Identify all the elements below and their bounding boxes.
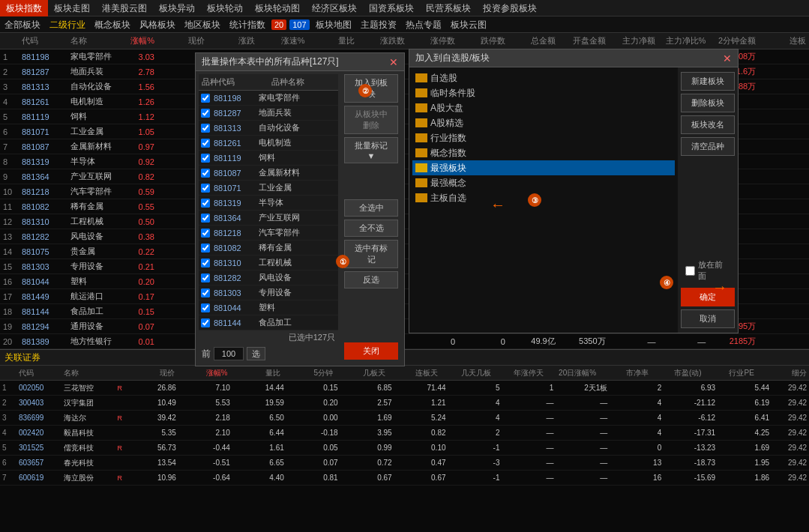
lower-table-row[interactable]: 3 836699 海达尔 R 39.42 2.18 6.50 0.00 1.69… bbox=[0, 411, 809, 426]
dialog1-list-item[interactable]: 881310工程机械 bbox=[199, 256, 338, 270]
folder-item[interactable]: 临时条件股 bbox=[412, 85, 675, 100]
folder-item[interactable]: 概念指数 bbox=[412, 145, 675, 160]
remove-from-block-button[interactable]: 从板块中删除 bbox=[344, 106, 398, 134]
item-checkbox[interactable] bbox=[201, 318, 210, 327]
nav2-board-map[interactable]: 板块地图 bbox=[311, 16, 356, 33]
close-dialog1-button[interactable]: 关闭 bbox=[344, 342, 398, 360]
item-checkbox[interactable] bbox=[201, 154, 210, 163]
dialog2-title: 加入到自选股/板块 ✕ bbox=[409, 49, 738, 67]
dialog1-list-item[interactable]: 881364产业互联网 bbox=[199, 211, 338, 226]
nav2-level2-industry[interactable]: 二级行业 bbox=[45, 16, 90, 33]
dialog1-list-item[interactable]: 881261电机制造 bbox=[199, 136, 338, 151]
nav-hk-us-cloud[interactable]: 港美股云图 bbox=[96, 0, 153, 16]
nav-investment-stock[interactable]: 投资参股板块 bbox=[477, 0, 543, 16]
select-all-button[interactable]: 全选中 bbox=[344, 199, 398, 217]
dialog1-list-item[interactable]: 881087金属新材料 bbox=[199, 166, 338, 181]
nav-board-chart[interactable]: 板块走图 bbox=[48, 0, 96, 16]
nav-board-rotation[interactable]: 板块轮动 bbox=[201, 0, 249, 16]
dialog1-list-item[interactable]: 881144食品加工 bbox=[199, 315, 338, 330]
main-table-header: 代码 名称 涨幅% 现价 涨跌 涨速% 量比 涨跌数 涨停数 跌停数 总金额 开… bbox=[0, 33, 809, 49]
dialog1-list-item[interactable]: 881198家电零部件 bbox=[199, 91, 338, 106]
select-marked-button[interactable]: 选中有标记 bbox=[344, 240, 398, 268]
item-checkbox[interactable] bbox=[201, 124, 210, 133]
folder-item[interactable]: 自选股 bbox=[412, 70, 675, 85]
item-checkbox[interactable] bbox=[201, 139, 210, 148]
col-board: 连板 bbox=[759, 35, 809, 46]
dialog2-close-icon[interactable]: ✕ bbox=[723, 52, 732, 64]
nav-private-system[interactable]: 民营系板块 bbox=[420, 0, 477, 16]
lower-table-row[interactable]: 7 600619 海立股份 R 10.96 -0.64 4.40 0.81 0.… bbox=[0, 471, 809, 486]
invert-button[interactable]: 反选 bbox=[344, 271, 398, 288]
lower-table-row[interactable]: 5 301525 儒竞科技 R 56.73 -0.44 1.61 0.05 0.… bbox=[0, 441, 809, 456]
col-code: 代码 bbox=[19, 35, 67, 46]
lower-col-ipe: 行业PE bbox=[704, 368, 757, 378]
nav2-stat-index[interactable]: 统计指数 bbox=[225, 16, 270, 33]
dialog1-list-item[interactable]: 881282风电设备 bbox=[199, 270, 338, 285]
rename-block-button[interactable]: 板块改名 bbox=[681, 115, 735, 134]
batch-mark-button[interactable]: 批量标记 ▼ bbox=[344, 137, 398, 163]
confirm-button[interactable]: 确定 bbox=[681, 288, 735, 306]
delete-block-button[interactable]: 删除板块 bbox=[681, 94, 735, 112]
dialog1-list-item[interactable]: 881082稀有金属 bbox=[199, 241, 338, 256]
item-checkbox[interactable] bbox=[201, 288, 210, 297]
item-checkbox[interactable] bbox=[201, 184, 210, 193]
item-checkbox[interactable] bbox=[201, 169, 210, 178]
folder-item[interactable]: A股精选 bbox=[412, 115, 675, 130]
folder-item[interactable]: 最强板块 bbox=[412, 160, 675, 175]
nav-economic-zone[interactable]: 经济区板块 bbox=[306, 0, 363, 16]
dialog1-list[interactable]: 881198家电零部件881287地面兵装881313自动化设备881261电机… bbox=[199, 91, 338, 330]
item-checkbox[interactable] bbox=[201, 259, 210, 267]
lower-table-row[interactable]: 6 603657 春光科技 13.54 -0.51 6.65 0.07 0.72… bbox=[0, 456, 809, 471]
lower-table-row[interactable]: 2 300403 汉宇集团 10.49 5.53 19.59 0.20 2.57… bbox=[0, 396, 809, 411]
deselect-all-button[interactable]: 全不选 bbox=[344, 220, 398, 237]
lower-table-row[interactable]: 4 002420 毅昌科技 5.35 2.10 6.44 -0.18 3.95 … bbox=[0, 426, 809, 441]
nav-board-index[interactable]: 板块指数 bbox=[0, 0, 48, 16]
nav2-style[interactable]: 风格板块 bbox=[135, 16, 180, 33]
dialog1-list-item[interactable]: 881287地面兵装 bbox=[199, 106, 338, 121]
dialog1-list-item[interactable]: 881218汽车零部件 bbox=[199, 226, 338, 241]
nav2-theme-invest[interactable]: 主题投资 bbox=[356, 16, 401, 33]
col-mainpct: 主力净比% bbox=[658, 35, 709, 46]
folder-item[interactable]: 最强概念 bbox=[412, 175, 675, 190]
item-checkbox[interactable] bbox=[201, 303, 210, 312]
lower-table-row[interactable]: 1 002050 三花智控 R 26.86 7.10 14.44 0.15 6.… bbox=[0, 381, 809, 396]
dialog1-content: 品种代码 品种名称 881198家电零部件881287地面兵装881313自动化… bbox=[196, 71, 404, 366]
page-number-input[interactable] bbox=[214, 347, 244, 360]
item-checkbox[interactable] bbox=[201, 109, 210, 118]
dialog1-list-item[interactable]: 881319半导体 bbox=[199, 196, 338, 211]
nav2-hotspot[interactable]: 热点专题 bbox=[401, 16, 446, 33]
dialog1-list-item[interactable]: 881303专用设备 bbox=[199, 285, 338, 300]
item-checkbox[interactable] bbox=[201, 273, 210, 282]
nav-board-rotation-chart[interactable]: 板块轮动图 bbox=[249, 0, 306, 16]
folder-item[interactable]: A股大盘 bbox=[412, 100, 675, 115]
folder-item[interactable]: 主板自选 bbox=[412, 190, 675, 205]
new-block-button[interactable]: 新建板块 bbox=[681, 72, 735, 91]
add-to-block-button[interactable]: 加入到板块 bbox=[344, 74, 398, 103]
cancel-button[interactable]: 取消 bbox=[681, 309, 735, 328]
col-updown: 涨跌数 bbox=[358, 35, 408, 46]
item-checkbox[interactable] bbox=[201, 94, 210, 103]
dialog1-list-item[interactable]: 881044塑料 bbox=[199, 300, 338, 315]
item-checkbox[interactable] bbox=[201, 244, 210, 253]
page-select-button[interactable]: 选 bbox=[247, 347, 265, 360]
folder-item[interactable]: 行业指数 bbox=[412, 130, 675, 145]
dialog1-list-item[interactable]: 881071工业金属 bbox=[199, 181, 338, 196]
item-checkbox[interactable] bbox=[201, 229, 210, 238]
dialog2-folder-list[interactable]: 自选股临时条件股A股大盘A股精选行业指数概念指数最强板块最强概念主板自选 bbox=[409, 67, 678, 333]
item-checkbox[interactable] bbox=[201, 214, 210, 223]
place-front-checkbox[interactable] bbox=[685, 266, 695, 276]
dialog1-list-item[interactable]: 881313自动化设备 bbox=[199, 121, 338, 136]
nav2-region[interactable]: 地区板块 bbox=[180, 16, 225, 33]
dialog1-close-icon[interactable]: ✕ bbox=[389, 56, 398, 68]
dialog1-list-item[interactable]: 881119饲料 bbox=[199, 151, 338, 166]
badge-107: 107 bbox=[289, 19, 309, 30]
item-checkbox[interactable] bbox=[201, 199, 210, 208]
nav-state-system[interactable]: 国资系板块 bbox=[363, 0, 420, 16]
nav2-concept[interactable]: 概念板块 bbox=[90, 16, 135, 33]
nav2-board-cloud[interactable]: 板块云图 bbox=[446, 16, 491, 33]
nav-board-anomaly[interactable]: 板块异动 bbox=[153, 0, 201, 16]
nav2-all-boards[interactable]: 全部板块 bbox=[0, 16, 45, 33]
dialog1-page-row: 前 选 bbox=[199, 345, 338, 363]
dialog-batch-operation: 批量操作本表中的所有品种[127只] ✕ 品种代码 品种名称 881198家电零… bbox=[195, 52, 405, 366]
clear-stocks-button[interactable]: 清空品种 bbox=[681, 137, 735, 156]
